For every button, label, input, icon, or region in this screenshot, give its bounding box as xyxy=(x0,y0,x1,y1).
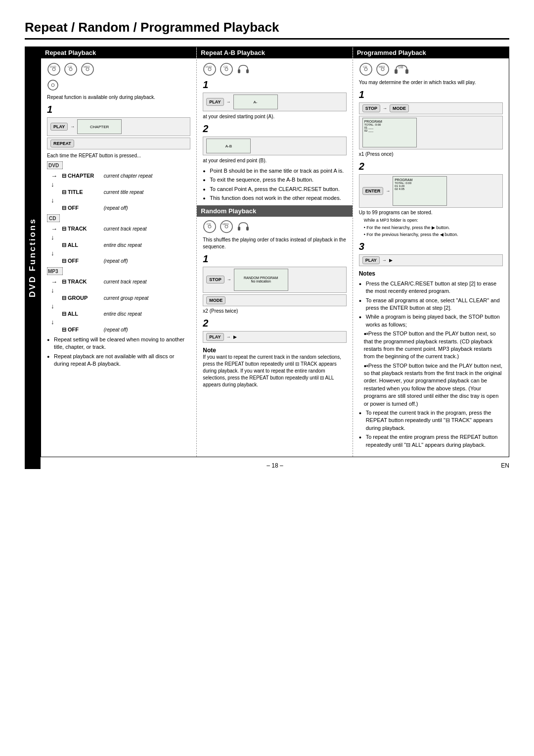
cd-disc-icon: CD xyxy=(64,62,78,76)
prog-step1-screen: PROGRAM TOTAL: 0:00 01 ___ 02 ___ xyxy=(359,116,503,149)
ab-screen2: A-B xyxy=(206,139,251,153)
repeat-btn: REPEAT xyxy=(50,140,74,147)
random-intro: This shuffles the playing order of track… xyxy=(203,236,346,250)
programmed-disc-icons: CD MP3 DB xyxy=(359,62,503,76)
svg-rect-40 xyxy=(405,69,408,74)
prog-headphone-db-icon: DB xyxy=(393,62,410,76)
repeat-header: Repeat Playback xyxy=(41,47,196,58)
svg-text:DVD: DVD xyxy=(206,65,212,68)
random-note-label: Note xyxy=(203,347,346,354)
random-headphone-icon xyxy=(236,220,250,234)
programmed-notes: Press the CLEAR/C.RESET button at step [… xyxy=(359,280,503,449)
random-play-btn: PLAY xyxy=(206,333,223,341)
prog-step2-note1: While a MP3 folder is open: xyxy=(364,217,503,224)
ab-screen1: A- xyxy=(233,94,278,109)
prog-step2-diagram: ENTER → PROGRAM TOTAL: 0:00 01 3:20 02 4… xyxy=(359,174,503,208)
prog-step2-note2: • For the next hierarchy, press the ▶ bu… xyxy=(364,225,503,231)
svg-text:MP3: MP3 xyxy=(379,65,385,68)
random-header: Random Playback xyxy=(197,205,352,217)
prog-note-5: ⇒Press the STOP button twice and the PLA… xyxy=(364,362,503,408)
random-mode-btn: MODE xyxy=(206,296,225,304)
prog-note-1: Press the CLEAR/C.RESET button at step [… xyxy=(359,280,503,295)
prog-step1-diagram: STOP → MODE xyxy=(359,102,503,114)
random-step1-diagram: STOP → RANDOM PROGRAM No indication xyxy=(203,267,346,293)
svg-text:CD: CD xyxy=(49,216,56,221)
svg-text:MP3: MP3 xyxy=(222,223,229,226)
ab-step1-diagram: PLAY → A- xyxy=(203,93,346,111)
mp3-disc-icon: MP3 xyxy=(81,62,94,76)
ab-play-btn: PLAY xyxy=(206,98,223,106)
prog-step1-num: 1 xyxy=(359,89,503,100)
ab-headphone-icon xyxy=(236,62,250,76)
notes-label: Notes xyxy=(359,270,503,277)
random-disc-icons: CD MP3 xyxy=(203,220,346,234)
prog-press-label: x1 (Press once) xyxy=(359,151,503,158)
prog-step3-diagram: PLAY → ▶ xyxy=(359,254,503,266)
prog-note-3: While a program is being played back, th… xyxy=(359,313,503,329)
mp3-section: MP3 xyxy=(47,267,190,275)
repeat-disc-icons: DVD CD MP3 xyxy=(47,62,190,76)
ab-step2-diagram: A-B xyxy=(203,137,346,155)
ab-header: Repeat A-B Playback xyxy=(197,47,352,58)
dvd-functions-sidebar: DVD Functions xyxy=(25,47,41,469)
ab-dvd-icon: DVD xyxy=(203,62,217,76)
svg-rect-31 xyxy=(238,227,240,231)
repeat-disc-small xyxy=(47,79,59,91)
prog-enter-btn: ENTER xyxy=(362,187,384,195)
prog-stop-btn: STOP xyxy=(362,104,380,112)
svg-point-10 xyxy=(51,84,54,87)
prog-note-6: To repeat the current track in the progr… xyxy=(359,409,503,432)
svg-text:MP3: MP3 xyxy=(84,65,90,68)
repeat-bullet-1: Repeat setting will be cleared when movi… xyxy=(47,336,190,351)
prog-note-7: To repeat the entire program press the R… xyxy=(359,433,503,449)
each-time-text: Each time the REPEAT button is pressed..… xyxy=(47,152,190,159)
ab-step1-num: 1 xyxy=(203,79,346,91)
repeat-bullet-2: Repeat playback are not available with a… xyxy=(47,353,190,368)
cd-logo: CD xyxy=(47,214,60,222)
prog-screen1: PROGRAM TOTAL: 0:00 01 ___ 02 ___ xyxy=(362,118,417,147)
svg-text:DVD: DVD xyxy=(48,163,59,168)
ab-bullet-1: Point B should be in the same title or t… xyxy=(203,167,346,175)
lang-label: EN xyxy=(501,462,509,469)
repeat-step1-diagram: PLAY → CHAPTER xyxy=(47,117,190,136)
dvd-section: DVD xyxy=(47,161,190,169)
programmed-header: Programmed Playback xyxy=(353,47,509,58)
svg-text:DB: DB xyxy=(399,65,403,69)
svg-rect-39 xyxy=(395,69,398,74)
random-step2-diagram: PLAY → ▶ xyxy=(203,331,346,343)
svg-text:CD: CD xyxy=(68,65,72,68)
dvd-repeat-modes: →⊟ CHAPTER current chapter repeat ↓ ⊟ TI… xyxy=(51,172,190,211)
random-screen1: RANDOM PROGRAM No indication xyxy=(234,269,288,291)
random-note-text: If you want to repeat the current track … xyxy=(203,354,346,388)
page-number: – 18 – xyxy=(267,462,283,469)
prog-step2-note3: • For the previous hierarchy, press the … xyxy=(364,232,503,238)
play-btn: PLAY xyxy=(50,123,68,131)
ab-bullet-4: This function does not work in the other… xyxy=(203,194,346,202)
random-cd-icon: CD xyxy=(203,220,217,234)
prog-note-4: ⇒Press the STOP button and the PLAY butt… xyxy=(364,330,503,361)
mp3-repeat-modes: →⊟ TRACK current track repeat ↓ ⊟ GROUP … xyxy=(51,278,190,333)
prog-play-btn: PLAY xyxy=(362,256,380,264)
dvd-logo: DVD xyxy=(47,161,63,169)
random-mode-btn-diagram: MODE xyxy=(203,294,346,306)
prog-screen2: PROGRAM TOTAL: 0:00 01 3:20 02 4:05 xyxy=(393,176,447,206)
repeat-playback-column: Repeat Playback DVD CD MP3 Repeat functi… xyxy=(41,47,197,457)
prog-step3-num: 3 xyxy=(359,241,503,252)
svg-text:MP3: MP3 xyxy=(48,269,58,274)
page-footer: – 18 – EN xyxy=(41,462,509,469)
svg-rect-24 xyxy=(246,69,249,73)
svg-rect-23 xyxy=(238,69,240,73)
repeat-screen1: CHAPTER xyxy=(77,119,122,134)
repeat-intro: Repeat function is available only during… xyxy=(47,94,190,101)
cd-section: CD xyxy=(47,214,190,222)
repeat-step1-num: 1 xyxy=(47,104,190,115)
cd-repeat-modes: →⊟ TRACK current track repeat ↓ ⊟ ALL en… xyxy=(51,225,190,264)
ab-bullet-2: To exit the sequence, press the A-B butt… xyxy=(203,176,346,184)
svg-point-9 xyxy=(48,80,58,90)
ab-step1-text: at your desired starting point (A). xyxy=(203,113,346,120)
svg-text:CD: CD xyxy=(223,65,228,68)
ab-bullet-3: To cancel Point A, press the CLEAR/C.RES… xyxy=(203,186,346,193)
random-step2-num: 2 xyxy=(203,318,346,329)
prog-step2-num: 2 xyxy=(359,161,503,172)
prog-mode-btn: MODE xyxy=(390,104,409,112)
